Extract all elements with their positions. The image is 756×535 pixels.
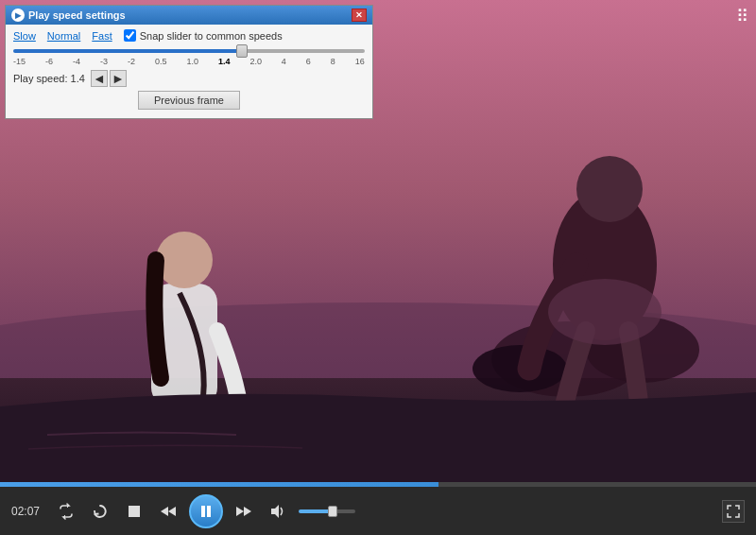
svg-marker-12	[161, 507, 168, 516]
snap-row: Snap slider to common speeds	[124, 29, 283, 42]
volume-button[interactable]	[265, 498, 291, 525]
speed-decrease-button[interactable]: ◄	[91, 70, 108, 87]
previous-frame-button[interactable]: Previous frame	[138, 91, 240, 110]
svg-point-7	[576, 156, 643, 222]
snap-label: Snap slider to common speeds	[140, 30, 283, 42]
svg-rect-14	[201, 506, 205, 517]
speed-popup-close-button[interactable]: ✕	[352, 9, 367, 22]
volume-thumb[interactable]	[328, 506, 337, 517]
header-icon: ▶	[11, 9, 25, 22]
stop-button[interactable]	[121, 498, 147, 525]
forward-button[interactable]	[231, 498, 257, 525]
play-pause-button[interactable]	[189, 494, 223, 528]
fullscreen-button[interactable]	[722, 500, 745, 523]
speed-popup-title: Play speed settings	[28, 9, 126, 21]
stop-icon	[127, 504, 142, 519]
normal-link[interactable]: Normal	[47, 30, 80, 42]
speed-popup-header: ▶ Play speed settings ✕	[6, 6, 372, 25]
fast-link[interactable]: Fast	[92, 30, 112, 42]
controls-row: 02:07	[0, 487, 756, 535]
rewind-icon	[160, 503, 177, 520]
controls-bar: 02:07	[0, 482, 756, 535]
repeat-icon	[58, 503, 75, 520]
progress-bar-container[interactable]	[0, 482, 756, 487]
svg-rect-15	[207, 506, 211, 517]
svg-point-8	[548, 279, 662, 345]
svg-rect-11	[129, 506, 140, 517]
volume-slider[interactable]	[299, 509, 355, 513]
refresh-icon	[92, 503, 109, 520]
pause-icon	[198, 504, 214, 519]
forward-icon	[235, 503, 252, 520]
play-speed-label: Play speed: 1.4	[13, 73, 85, 84]
play-speed-row: Play speed: 1.4 ◄ ►	[13, 70, 365, 87]
svg-marker-17	[244, 507, 251, 516]
speed-slider-container: -15 -6 -4 -3 -2 0.5 1.0 1.4 2.0 4 6 8 16	[13, 49, 365, 66]
slider-labels: -15 -6 -4 -3 -2 0.5 1.0 1.4 2.0 4 6 8 16	[13, 57, 365, 66]
speed-increase-button[interactable]: ►	[110, 70, 127, 87]
svg-marker-13	[168, 507, 176, 516]
snap-checkbox[interactable]	[124, 29, 136, 42]
speed-slider-thumb[interactable]	[236, 44, 248, 58]
volume-icon	[269, 503, 286, 520]
speed-slider-track[interactable]	[13, 49, 365, 53]
rewind-button[interactable]	[155, 498, 181, 525]
dots-icon[interactable]: ⠿	[736, 6, 748, 26]
svg-marker-16	[236, 507, 244, 516]
svg-marker-18	[271, 505, 279, 518]
refresh-button[interactable]	[87, 498, 113, 525]
slow-link[interactable]: Slow	[13, 30, 36, 42]
progress-fill	[0, 482, 438, 487]
fullscreen-icon	[727, 505, 740, 518]
time-display: 02:07	[11, 505, 45, 518]
speed-popup: ▶ Play speed settings ✕ Slow Normal Fast…	[5, 5, 373, 119]
repeat-button[interactable]	[53, 498, 79, 525]
speed-stepper: ◄ ►	[91, 70, 127, 87]
